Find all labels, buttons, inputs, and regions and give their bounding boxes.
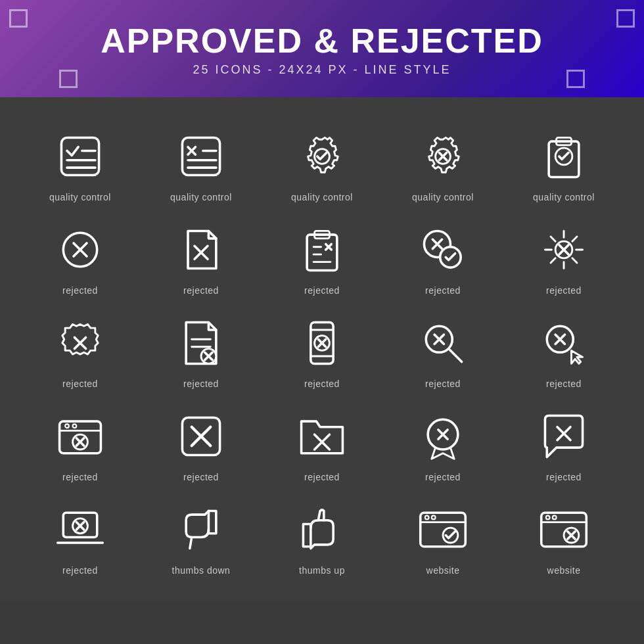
icon-label: quality control	[170, 192, 232, 202]
icon-label: thumbs down	[172, 565, 231, 576]
icon-cell-quality-control-2: quality control	[141, 116, 262, 209]
rejected-laptop-x-icon	[51, 501, 109, 559]
icon-label: rejected	[304, 472, 340, 482]
icon-label: quality control	[291, 192, 353, 202]
icon-cell-rejected-laptop: rejected	[20, 489, 141, 582]
header-subtitle: 25 ICONS - 24X24 PX - LINE STYLE	[193, 63, 451, 77]
icon-cell-thumbs-down: thumbs down	[141, 489, 262, 582]
quality-control-gear-check-icon	[293, 127, 351, 185]
icon-label: rejected	[425, 472, 461, 482]
quality-control-check-list-icon	[51, 127, 109, 185]
svg-rect-0	[61, 137, 99, 175]
rejected-search-x-icon	[414, 314, 472, 372]
thumbs-down-icon	[172, 501, 230, 559]
icon-cell-rejected-11: rejected	[20, 396, 141, 489]
icon-cell-rejected-14: rejected	[382, 396, 503, 489]
svg-point-66	[65, 424, 69, 428]
corner-decoration	[566, 70, 585, 88]
svg-rect-14	[549, 141, 579, 177]
rejected-badge-x-icon	[51, 314, 109, 372]
icon-label: quality control	[412, 192, 474, 202]
icon-cell-quality-control-4: quality control	[382, 116, 503, 209]
rejected-folder-x-icon	[293, 407, 351, 465]
icon-label: website	[426, 565, 460, 576]
rejected-medal-x-icon	[414, 407, 472, 465]
header: APPROVED & REJECTED 25 ICONS - 24X24 PX …	[0, 0, 644, 97]
icon-cell-website-x: website	[503, 489, 624, 582]
icon-label: rejected	[546, 379, 582, 389]
icon-label: rejected	[304, 379, 340, 389]
svg-line-58	[449, 349, 462, 362]
icon-cell-rejected-4: rejected	[382, 209, 503, 302]
icon-cell-rejected-15: rejected	[503, 396, 624, 489]
icon-cell-quality-control-5: quality control	[503, 116, 624, 209]
icon-cell-rejected-12: rejected	[141, 396, 262, 489]
icon-label: rejected	[62, 472, 98, 482]
icon-cell-quality-control-1: quality control	[20, 116, 141, 209]
corner-decoration	[9, 9, 28, 28]
quality-control-gear-x-icon	[414, 127, 472, 185]
rejected-burst-x-icon	[535, 221, 593, 279]
icon-cell-rejected-5: rejected	[503, 209, 624, 302]
rejected-doc-x2-icon	[172, 314, 230, 372]
icon-label: rejected	[62, 565, 98, 576]
rejected-chat-x-icon	[535, 407, 593, 465]
corner-decoration	[616, 9, 635, 28]
icon-label: rejected	[546, 285, 582, 296]
rejected-circle-x-icon	[51, 221, 109, 279]
icon-label: rejected	[62, 285, 98, 296]
icon-cell-rejected-1: rejected	[20, 209, 141, 302]
rejected-phone-x-icon	[293, 314, 351, 372]
rejected-doc-x-icon	[172, 221, 230, 279]
icon-cell-rejected-9: rejected	[382, 302, 503, 396]
website-check-icon	[414, 501, 472, 559]
rejected-clipboard-x-icon	[293, 221, 351, 279]
icon-label: rejected	[425, 285, 461, 296]
svg-rect-22	[307, 235, 337, 270]
svg-point-67	[73, 424, 77, 428]
icon-label: rejected	[304, 285, 340, 296]
icon-cell-rejected-6: rejected	[20, 302, 141, 396]
icons-grid: quality control quality control quality	[0, 97, 644, 601]
rejected-cursor-x-icon	[535, 314, 593, 372]
rejected-square-x-icon	[172, 407, 230, 465]
icon-cell-rejected-3: rejected	[262, 209, 382, 302]
icon-label: quality control	[533, 192, 595, 202]
icon-cell-rejected-2: rejected	[141, 209, 262, 302]
icon-label: rejected	[62, 379, 98, 389]
svg-point-95	[553, 516, 557, 520]
icon-cell-rejected-10: rejected	[503, 302, 624, 396]
quality-control-clipboard-check-icon	[535, 127, 593, 185]
svg-rect-87	[421, 513, 466, 546]
icon-label: rejected	[425, 379, 461, 389]
svg-point-90	[432, 516, 436, 520]
icon-cell-rejected-13: rejected	[262, 396, 382, 489]
icon-label: rejected	[183, 285, 219, 296]
thumbs-up-icon	[293, 501, 351, 559]
svg-line-40	[551, 258, 555, 263]
icon-cell-rejected-7: rejected	[141, 302, 262, 396]
corner-decoration	[59, 70, 78, 88]
icon-label: website	[547, 565, 581, 576]
header-title: APPROVED & REJECTED	[101, 21, 543, 60]
website-x-icon	[535, 501, 593, 559]
quality-control-x-list-icon	[172, 127, 230, 185]
svg-point-94	[546, 516, 550, 520]
icon-cell-website-check: website	[382, 489, 503, 582]
icon-cell-thumbs-up: thumbs up	[262, 489, 382, 582]
svg-rect-4	[182, 137, 219, 175]
svg-line-86	[190, 537, 192, 548]
svg-line-38	[572, 258, 577, 263]
icon-label: quality control	[49, 192, 111, 202]
rejected-browser-x-icon	[51, 407, 109, 465]
rejected-dual-circle-icon	[414, 221, 472, 279]
icon-label: thumbs up	[299, 565, 345, 576]
svg-line-37	[551, 237, 555, 241]
icon-label: rejected	[183, 379, 219, 389]
icon-cell-rejected-8: rejected	[262, 302, 382, 396]
svg-point-89	[425, 516, 429, 520]
icon-cell-quality-control-3: quality control	[262, 116, 382, 209]
svg-line-39	[572, 237, 577, 241]
icon-label: rejected	[183, 472, 219, 482]
icon-label: rejected	[546, 472, 582, 482]
